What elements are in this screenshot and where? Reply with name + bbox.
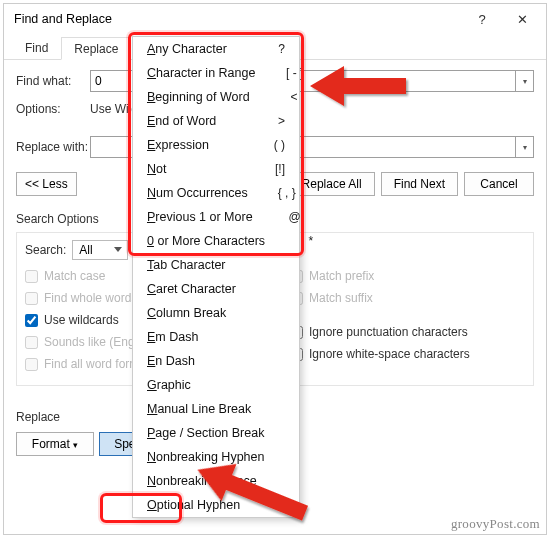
window-title: Find and Replace — [14, 12, 462, 26]
cancel-button[interactable]: Cancel — [464, 172, 534, 196]
check-match-case — [25, 270, 38, 283]
menu-item-code: ? — [265, 42, 285, 56]
check-whole-words — [25, 292, 38, 305]
check-ignore-space-label: Ignore white-space characters — [309, 347, 470, 361]
menu-item-label: Previous 1 or More — [147, 210, 281, 224]
special-menu-item[interactable]: Not[!] — [133, 157, 299, 181]
menu-item-label: Beginning of Word — [147, 90, 278, 104]
special-menu-item[interactable]: Num Occurrences{ , } — [133, 181, 299, 205]
menu-item-label: Nonbreaking Space — [147, 474, 285, 488]
menu-item-code: { , } — [276, 186, 296, 200]
special-menu-item[interactable]: Expression( ) — [133, 133, 299, 157]
special-menu-item[interactable]: Tab Character — [133, 253, 299, 277]
special-menu-item[interactable]: Character in Range[ - ] — [133, 61, 299, 85]
menu-item-label: 0 or More Characters — [147, 234, 293, 248]
special-menu-item[interactable]: En Dash — [133, 349, 299, 373]
menu-item-label: Not — [147, 162, 265, 176]
special-menu-item[interactable]: Column Break — [133, 301, 299, 325]
tab-find[interactable]: Find — [12, 36, 61, 59]
special-menu-item[interactable]: Nonbreaking Space — [133, 469, 299, 493]
special-menu-item[interactable]: Caret Character — [133, 277, 299, 301]
special-menu-item[interactable]: 0 or More Characters* — [133, 229, 299, 253]
check-sounds-like — [25, 336, 38, 349]
titlebar: Find and Replace ? ✕ — [4, 4, 546, 34]
check-ignore-punct-label: Ignore punctuation characters — [309, 325, 468, 339]
menu-item-code: ( ) — [265, 138, 285, 152]
special-menu-item[interactable]: Graphic — [133, 373, 299, 397]
check-match-prefix-label: Match prefix — [309, 269, 374, 283]
menu-item-label: Expression — [147, 138, 265, 152]
replace-all-button[interactable]: Replace All — [289, 172, 375, 196]
menu-item-label: Column Break — [147, 306, 265, 320]
special-menu-item[interactable]: Beginning of Word< — [133, 85, 299, 109]
special-menu-item[interactable]: Em Dash — [133, 325, 299, 349]
find-history-dropdown[interactable]: ▾ — [516, 70, 534, 92]
special-menu-item[interactable]: Optional Hyphen — [133, 493, 299, 517]
menu-item-label: Character in Range — [147, 66, 283, 80]
menu-item-label: Num Occurrences — [147, 186, 276, 200]
replace-with-label: Replace with: — [16, 140, 90, 154]
menu-item-label: En Dash — [147, 354, 265, 368]
menu-item-label: Manual Line Break — [147, 402, 279, 416]
special-menu-item[interactable]: Previous 1 or More@ — [133, 205, 299, 229]
menu-item-label: Em Dash — [147, 330, 265, 344]
replace-history-dropdown[interactable]: ▾ — [516, 136, 534, 158]
menu-item-label: Optional Hyphen — [147, 498, 268, 512]
menu-item-label: Nonbreaking Hyphen — [147, 450, 292, 464]
special-menu-item[interactable]: End of Word> — [133, 109, 299, 133]
special-menu-item[interactable]: Page / Section Break — [133, 421, 299, 445]
menu-item-code: [ - ] — [283, 66, 303, 80]
format-button[interactable]: Format ▾ — [16, 432, 94, 456]
check-match-case-label: Match case — [44, 269, 105, 283]
check-all-word-forms — [25, 358, 38, 371]
special-menu[interactable]: Any Character?Character in Range[ - ]Beg… — [132, 36, 300, 518]
help-icon[interactable]: ? — [462, 4, 502, 34]
check-use-wildcards[interactable] — [25, 314, 38, 327]
menu-item-label: Tab Character — [147, 258, 265, 272]
special-menu-item[interactable]: Any Character? — [133, 37, 299, 61]
menu-item-code: < — [278, 90, 298, 104]
menu-item-code: @ — [281, 210, 301, 224]
find-what-label: Find what: — [16, 74, 90, 88]
check-match-suffix-label: Match suffix — [309, 291, 373, 305]
watermark: groovyPost.com — [451, 516, 540, 532]
close-icon[interactable]: ✕ — [502, 4, 542, 34]
search-direction-label: Search: — [25, 243, 66, 257]
menu-item-label: Any Character — [147, 42, 265, 56]
menu-item-label: Graphic — [147, 378, 265, 392]
check-use-wildcards-label: Use wildcards — [44, 313, 119, 327]
less-button[interactable]: << Less — [16, 172, 77, 196]
menu-item-label: Caret Character — [147, 282, 265, 296]
tab-replace[interactable]: Replace — [61, 37, 131, 60]
options-label: Options: — [16, 102, 90, 116]
menu-item-label: Page / Section Break — [147, 426, 292, 440]
search-direction-select[interactable]: All — [72, 240, 128, 260]
special-menu-item[interactable]: Manual Line Break — [133, 397, 299, 421]
find-next-button[interactable]: Find Next — [381, 172, 458, 196]
special-menu-item[interactable]: Nonbreaking Hyphen — [133, 445, 299, 469]
menu-item-label: End of Word — [147, 114, 265, 128]
menu-item-code: * — [293, 234, 313, 248]
menu-item-code: [!] — [265, 162, 285, 176]
menu-item-code: > — [265, 114, 285, 128]
